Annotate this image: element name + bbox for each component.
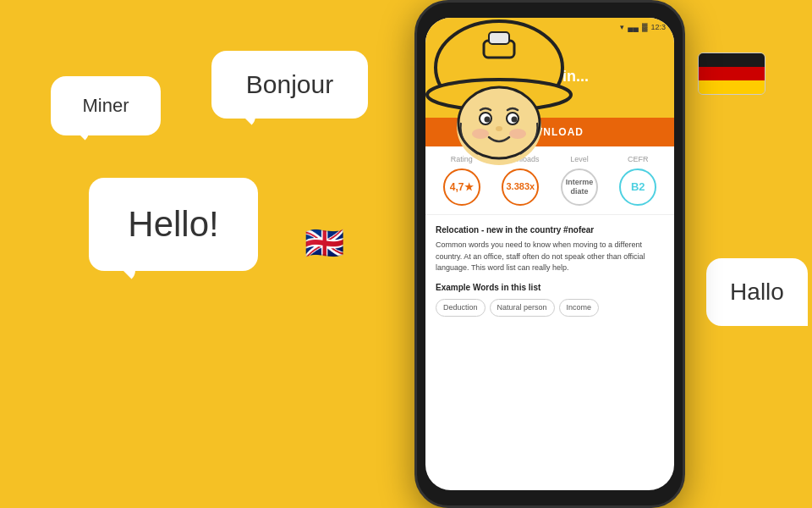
wifi-icon: ▾ xyxy=(620,23,624,31)
stat-downloads-label: Downloads xyxy=(502,155,540,163)
app-header: ← Relocation - new in... En Cs xyxy=(425,36,674,118)
tag-income[interactable]: Income xyxy=(559,299,600,318)
back-button[interactable]: ← xyxy=(437,43,662,63)
stat-level-label: Level xyxy=(570,155,589,163)
stat-rating-circle: 4,7★ xyxy=(443,168,480,206)
stat-level-circle: Intermediate xyxy=(561,168,598,206)
bubble-miner-text: Miner xyxy=(82,95,129,117)
flag-stripe-black xyxy=(699,53,765,67)
time-display: 12:3 xyxy=(650,23,666,31)
bubble-hallo-text: Hallo xyxy=(730,279,784,306)
download-button[interactable]: DOWNLOAD xyxy=(425,118,674,146)
germany-flag-icon xyxy=(698,52,765,95)
stat-level: Level Intermediate xyxy=(561,155,598,206)
status-bar: ▾ ▄▄ ▓ 12:3 xyxy=(425,18,674,36)
stat-downloads-circle: 3.383x xyxy=(502,168,539,206)
flag-stripe-gold xyxy=(699,80,765,94)
tag-deduction[interactable]: Deduction xyxy=(436,299,486,318)
bubble-hello: Hello! xyxy=(89,178,258,271)
description-section: Relocation - new in the country #nofear … xyxy=(425,215,674,325)
battery-icon: ▓ xyxy=(642,23,648,31)
language-badges: En Cs xyxy=(437,92,662,106)
stats-row: Rating 4,7★ Downloads 3.383x Level Inter… xyxy=(425,146,674,215)
lang-badge-czech: Cs xyxy=(458,92,478,106)
stat-cefr: CEFR B2 xyxy=(619,155,656,206)
app-title: Relocation - new in... xyxy=(437,68,662,86)
phone-outer: ▾ ▄▄ ▓ 12:3 ← Relocation - new in... En … xyxy=(414,0,685,508)
stat-rating: Rating 4,7★ xyxy=(443,155,480,206)
bubble-bonjour-text: Bonjour xyxy=(246,70,333,99)
phone-screen: ▾ ▄▄ ▓ 12:3 ← Relocation - new in... En … xyxy=(425,18,674,490)
bubble-hello-text: Hello! xyxy=(128,204,218,245)
example-words-title: Example Words in this list xyxy=(436,281,664,294)
uk-flag-icon: 🇬🇧 xyxy=(304,224,351,262)
phone-device: ▾ ▄▄ ▓ 12:3 ← Relocation - new in... En … xyxy=(406,0,694,508)
stat-downloads: Downloads 3.383x xyxy=(502,155,540,206)
signal-icon: ▄▄ xyxy=(628,23,639,31)
flag-stripe-red xyxy=(699,67,765,80)
bubble-miner: Miner xyxy=(51,76,161,135)
example-tags: Deduction Natural person Income xyxy=(436,299,664,318)
bubble-hallo: Hallo xyxy=(706,258,808,326)
description-title: Relocation - new in the country #nofear xyxy=(436,224,664,236)
stat-rating-label: Rating xyxy=(451,155,473,163)
bubble-bonjour: Bonjour xyxy=(211,51,368,119)
description-body: Common words you need to know when movin… xyxy=(436,240,664,274)
stat-cefr-circle: B2 xyxy=(619,168,656,206)
tag-natural-person[interactable]: Natural person xyxy=(490,299,555,318)
stat-cefr-label: CEFR xyxy=(628,155,649,163)
lang-badge-english: En xyxy=(437,92,458,106)
